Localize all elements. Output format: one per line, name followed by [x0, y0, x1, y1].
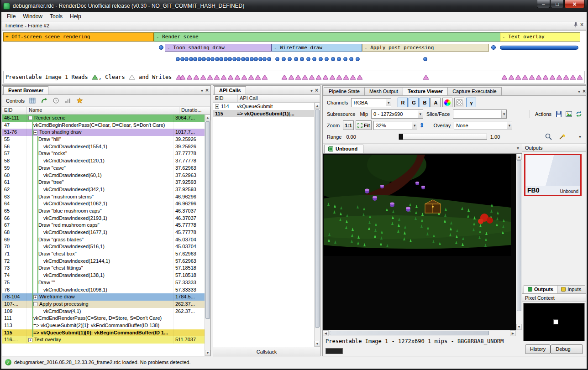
bookmark-star-icon[interactable] — [76, 97, 84, 105]
api-calls-header[interactable]: API Calls — [213, 86, 320, 95]
fb0-thumbnail[interactable]: FB0 Unbound — [524, 154, 582, 196]
r-channel-button[interactable]: R — [398, 98, 408, 107]
timeline-draw-dot[interactable] — [198, 57, 202, 61]
collapse-icon[interactable]: − — [33, 130, 37, 135]
close-panel-icon[interactable] — [205, 89, 209, 93]
timeline-draw-dot[interactable] — [228, 57, 232, 61]
event-row[interactable]: 116-...+Text overlay511.7037 — [2, 336, 205, 344]
timeline-draw-dot[interactable] — [202, 57, 206, 61]
scroll-down-icon[interactable]: ▼ — [516, 324, 522, 330]
alpha-background-button[interactable] — [454, 98, 464, 107]
timeline-draw-dot[interactable] — [343, 57, 347, 61]
texture-image[interactable] — [324, 155, 511, 256]
pin-icon[interactable] — [573, 22, 578, 28]
timeline-draw-dot[interactable] — [176, 57, 180, 61]
usage-triangle[interactable] — [309, 74, 315, 81]
close-panel-icon[interactable] — [580, 23, 583, 27]
timeline-bar-toon-shading-draw[interactable]: - Toon shading draw — [165, 44, 272, 52]
export-icon[interactable] — [40, 97, 48, 105]
timeline-draw-dot[interactable] — [250, 57, 254, 61]
usage-triangle[interactable] — [315, 74, 322, 81]
timeline-draw-dot[interactable] — [262, 57, 267, 61]
usage-triangle[interactable] — [570, 74, 576, 81]
timeline-draw-dot[interactable] — [210, 57, 215, 61]
timeline-draw-dot[interactable] — [180, 57, 184, 61]
timeline-grid-icon[interactable] — [28, 97, 37, 105]
column-header-name[interactable]: Name — [27, 107, 179, 114]
usage-triangle[interactable] — [200, 74, 206, 81]
timeline-event-dot[interactable] — [491, 45, 496, 50]
event-browser-header[interactable]: Event Browser — [2, 86, 210, 95]
collapse-icon[interactable]: − — [33, 302, 37, 306]
column-header-api-call[interactable]: API Call — [238, 95, 320, 102]
pixel-context-view[interactable] — [523, 303, 585, 341]
usage-triangle[interactable] — [515, 74, 521, 81]
timeline-draw-dot[interactable] — [423, 57, 427, 61]
texture-tab-list-icon[interactable] — [517, 146, 519, 151]
timeline-draw-dot[interactable] — [241, 57, 245, 61]
close-panel-icon[interactable] — [583, 89, 586, 94]
timeline-body[interactable]: + Off-screen scene rendering- Render sce… — [2, 30, 586, 85]
usage-triangle[interactable] — [329, 74, 336, 81]
menu-tools[interactable]: Tools — [46, 12, 66, 21]
fit-button[interactable]: Fit — [356, 120, 372, 130]
timeline-draw-dot[interactable] — [349, 57, 353, 61]
expand-icon[interactable]: + — [28, 338, 32, 342]
stats-icon[interactable] — [64, 97, 72, 105]
usage-triangle[interactable] — [214, 74, 220, 81]
debug-button[interactable]: Debug — [551, 344, 583, 354]
menu-window[interactable]: Window — [19, 12, 46, 21]
event-browser-scrollbar[interactable]: ▲ ▼ — [205, 115, 210, 356]
fit-vertical-icon[interactable]: ⇕ — [419, 122, 424, 129]
timeline-draw-dot[interactable] — [184, 57, 189, 61]
zoom-combo[interactable]: 32% — [373, 121, 417, 130]
texture-horizontal-scrollbar[interactable]: ◀ ▶ — [323, 330, 516, 336]
menu-help[interactable]: Help — [66, 12, 85, 21]
timeline-draw-dot[interactable] — [254, 57, 258, 61]
usage-triangle[interactable] — [542, 74, 549, 81]
scroll-down-icon[interactable]: ▼ — [205, 350, 210, 356]
range-min-value[interactable]: 0.00 — [346, 134, 356, 140]
timeline-draw-dot[interactable] — [236, 57, 241, 61]
timeline-draw-dot[interactable] — [331, 57, 335, 61]
tab-texture-viewer[interactable]: Texture Viewer — [403, 87, 448, 95]
timeline-bar-render-scene[interactable]: - Render scene — [154, 32, 501, 42]
column-header-eid[interactable]: EID — [2, 107, 27, 114]
timeline-header[interactable]: Timeline - Frame #2 — [2, 21, 586, 30]
timeline-draw-dot[interactable] — [337, 57, 341, 61]
timeline-draw-dot[interactable] — [300, 57, 304, 61]
usage-triangle[interactable] — [336, 74, 342, 81]
usage-triangle[interactable] — [234, 74, 241, 81]
panel-menu-icon[interactable] — [578, 89, 580, 94]
timeline-draw-dot[interactable] — [189, 57, 193, 61]
overlay-combo[interactable]: None — [454, 121, 512, 130]
timeline-draw-dot[interactable] — [312, 57, 316, 61]
timeline-draw-dot[interactable] — [282, 57, 286, 61]
usage-triangle[interactable] — [281, 74, 288, 81]
clock-icon[interactable] — [52, 97, 60, 105]
api-call-list[interactable]: +114vkQueueSubmit115=> vkQueueSubmit(1)[… — [213, 103, 314, 347]
texture-vertical-scrollbar[interactable]: ▲ ▼ — [516, 154, 522, 330]
usage-triangle[interactable] — [248, 74, 254, 81]
usage-triangle[interactable] — [255, 74, 261, 81]
history-button[interactable]: History — [525, 344, 551, 354]
timeline-draw-dot[interactable] — [319, 57, 323, 61]
usage-triangle[interactable] — [508, 74, 514, 81]
usage-triangle[interactable] — [536, 74, 542, 81]
column-header-duratio[interactable]: Duratio... — [179, 107, 210, 114]
usage-triangle[interactable] — [227, 74, 234, 81]
scroll-down-icon[interactable]: ▼ — [315, 341, 320, 347]
timeline-draw-dot[interactable] — [245, 57, 249, 61]
usage-triangle[interactable] — [522, 74, 528, 81]
timeline-draw-dot[interactable] — [356, 57, 360, 61]
event-browser-tab[interactable]: Event Browser — [3, 86, 48, 94]
zoom-range-icon[interactable] — [544, 133, 552, 141]
tab-outputs[interactable]: Outputs — [524, 285, 557, 293]
channels-combo[interactable]: RGBA — [351, 98, 391, 107]
mip-combo[interactable]: 0 - 1272x690 — [371, 109, 423, 119]
tab-inputs[interactable]: Inputs — [557, 285, 585, 293]
scrollbar-thumb[interactable] — [517, 160, 521, 311]
timeline-draw-dot[interactable] — [258, 57, 262, 61]
usage-triangle[interactable] — [302, 74, 308, 81]
expand-icon[interactable]: + — [33, 295, 37, 299]
